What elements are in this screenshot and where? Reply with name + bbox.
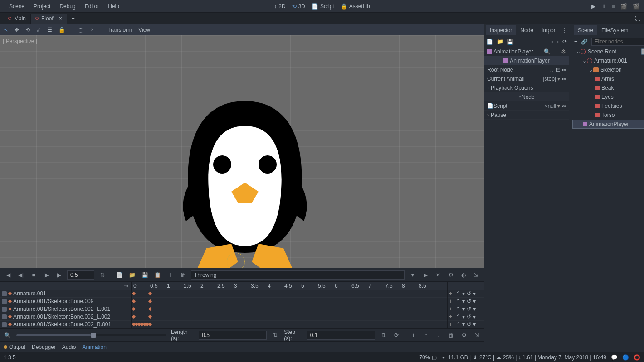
node-animationplayer[interactable]: AnimationPlayer: [572, 120, 644, 129]
section-pause[interactable]: ›Pause: [484, 111, 569, 120]
onion-icon[interactable]: ◐: [459, 270, 468, 280]
view-menu[interactable]: View: [138, 27, 150, 33]
lock-icon[interactable]: 🔒: [59, 27, 65, 33]
perspective-label[interactable]: [ Perspective ]: [3, 38, 37, 44]
property-current-animation[interactable]: Current Animati [stop] ▾ ∞: [484, 74, 569, 83]
node-eyes[interactable]: Eyes◉: [572, 92, 644, 101]
add-key-icon[interactable]: +: [448, 305, 454, 313]
copy-anim-icon[interactable]: 📋: [153, 270, 162, 280]
local-icon[interactable]: ⬚: [78, 27, 83, 33]
node-armature[interactable]: ⌄Armature.001◉: [572, 56, 644, 65]
tab-node[interactable]: Node: [517, 25, 537, 35]
transform-menu[interactable]: Transform: [107, 27, 132, 33]
pick-icon[interactable]: ⊟: [556, 67, 561, 73]
kebab-icon[interactable]: ⋮: [561, 27, 567, 34]
list-icon[interactable]: ☰: [47, 27, 52, 33]
add-node-icon[interactable]: +: [574, 39, 577, 45]
delete-track-icon[interactable]: 🗑: [447, 331, 455, 340]
checkbox-icon[interactable]: [2, 307, 7, 312]
loop-icon[interactable]: ↺: [467, 298, 471, 304]
track-row[interactable]: Armature.001/Skeleton:Bone.009: [0, 298, 131, 305]
history-back-icon[interactable]: ‹: [551, 39, 553, 45]
settings-icon[interactable]: ⚙: [561, 48, 566, 55]
loop-icon[interactable]: ⟳: [392, 331, 400, 340]
delete-anim-icon[interactable]: 🗑: [178, 270, 187, 280]
node-scene-root[interactable]: ⌄Scene Root📄◉: [572, 47, 644, 56]
add-key-icon[interactable]: +: [448, 321, 454, 328]
tab-audio[interactable]: Audio: [62, 344, 76, 350]
add-key-icon[interactable]: +: [448, 290, 454, 298]
node-arms[interactable]: Arms◉: [572, 74, 644, 83]
node-torso[interactable]: Torso◉: [572, 111, 644, 120]
tools-icon[interactable]: ⚙: [460, 331, 468, 340]
tray-icon[interactable]: 💬: [611, 354, 618, 361]
loop-icon[interactable]: ↺: [467, 314, 471, 320]
filter-nodes-input[interactable]: [591, 38, 644, 46]
length-input[interactable]: [199, 331, 267, 340]
menu-editor[interactable]: Editor: [80, 1, 103, 11]
step-input[interactable]: [307, 331, 375, 340]
tab-animation[interactable]: Animation: [82, 344, 106, 350]
checkbox-icon[interactable]: [2, 322, 7, 327]
save-resource-icon[interactable]: 💾: [507, 39, 514, 45]
add-key-icon[interactable]: +: [448, 298, 454, 305]
property-root-node[interactable]: Root Node .. ⊟ ∞: [484, 65, 569, 74]
add-key-icon[interactable]: +: [448, 313, 454, 321]
tab-floof[interactable]: Floof×: [31, 14, 67, 24]
track-row[interactable]: Armature.001: [0, 290, 131, 298]
track-row[interactable]: Armature.001/Skeleton:Bone.002_L.001: [0, 305, 131, 313]
property-script[interactable]: 📄 Script <null ▾ ∞: [484, 101, 569, 111]
workspace-script[interactable]: 📄 Script: [312, 3, 334, 10]
tab-scene[interactable]: Scene: [574, 25, 597, 35]
spinner-icon[interactable]: ⇅: [98, 270, 107, 280]
snap-icon[interactable]: ⁙: [90, 27, 94, 33]
anim-nextframe-icon[interactable]: |▶: [42, 270, 51, 280]
loop-icon[interactable]: ↺: [467, 321, 471, 328]
playhead[interactable]: [150, 282, 150, 328]
inspector-type[interactable]: AnimationPlayer: [484, 56, 569, 65]
add-tab[interactable]: +: [67, 14, 79, 24]
anim-first-icon[interactable]: ◀: [4, 270, 13, 280]
move-up-icon[interactable]: ↑: [422, 331, 430, 340]
tray-icon[interactable]: 🔵: [622, 354, 629, 361]
autoplay-icon[interactable]: ▶: [421, 270, 430, 280]
animation-name-select[interactable]: Throwing: [191, 270, 405, 280]
checkbox-icon[interactable]: [2, 299, 7, 304]
instance-icon[interactable]: 🔗: [581, 39, 588, 45]
settings-icon[interactable]: ⚙: [446, 270, 455, 280]
loop-icon[interactable]: ↺: [467, 306, 471, 312]
interp-icon[interactable]: ⌃: [456, 321, 460, 328]
chevron-down-icon[interactable]: ▾: [408, 270, 417, 280]
anim-prevframe-icon[interactable]: ◀|: [16, 270, 25, 280]
new-anim-icon[interactable]: 📄: [115, 270, 124, 280]
open-resource-icon[interactable]: 📁: [497, 39, 503, 45]
viewport-3d[interactable]: [ Perspective ]: [0, 35, 484, 268]
new-resource-icon[interactable]: 📄: [486, 39, 493, 45]
search-icon[interactable]: 🔍: [544, 48, 551, 55]
time-ruler[interactable]: 00.5 11.5 22.5 33.5 44.5 55.5 66.5 77.5 …: [132, 282, 447, 290]
tab-debugger[interactable]: Debugger: [32, 344, 56, 350]
rename-anim-icon[interactable]: I: [166, 270, 175, 280]
select-icon[interactable]: ↖: [4, 27, 8, 33]
save-anim-icon[interactable]: 💾: [140, 270, 149, 280]
play-icon[interactable]: ▶: [591, 3, 595, 10]
anim-stop-icon[interactable]: ■: [29, 270, 38, 280]
rotate-icon[interactable]: ⟲: [25, 27, 30, 33]
workspace-assetlib[interactable]: 🔒 AssetLib: [341, 3, 370, 10]
node-beak[interactable]: Beak◉: [572, 83, 644, 92]
stop-icon[interactable]: ■: [612, 3, 615, 10]
interp-icon[interactable]: ⌃: [456, 298, 460, 304]
menu-project[interactable]: Project: [29, 1, 55, 11]
spinner-icon[interactable]: ⇅: [380, 331, 388, 340]
loop-icon[interactable]: ↺: [467, 290, 471, 297]
workspace-2d[interactable]: ↕ 2D: [274, 3, 285, 10]
pin-icon[interactable]: ⇲: [472, 270, 481, 280]
menu-help[interactable]: Help: [103, 1, 124, 11]
play-scene-icon[interactable]: 🎬: [620, 3, 627, 10]
zoom-icon[interactable]: 🔍: [4, 331, 12, 340]
history-fwd-icon[interactable]: ›: [557, 39, 559, 45]
link-icon[interactable]: ∞: [562, 76, 566, 82]
move-down-icon[interactable]: ↓: [434, 331, 443, 340]
pause-icon[interactable]: ⏸: [601, 3, 606, 10]
script-icon[interactable]: 📄: [640, 48, 644, 55]
